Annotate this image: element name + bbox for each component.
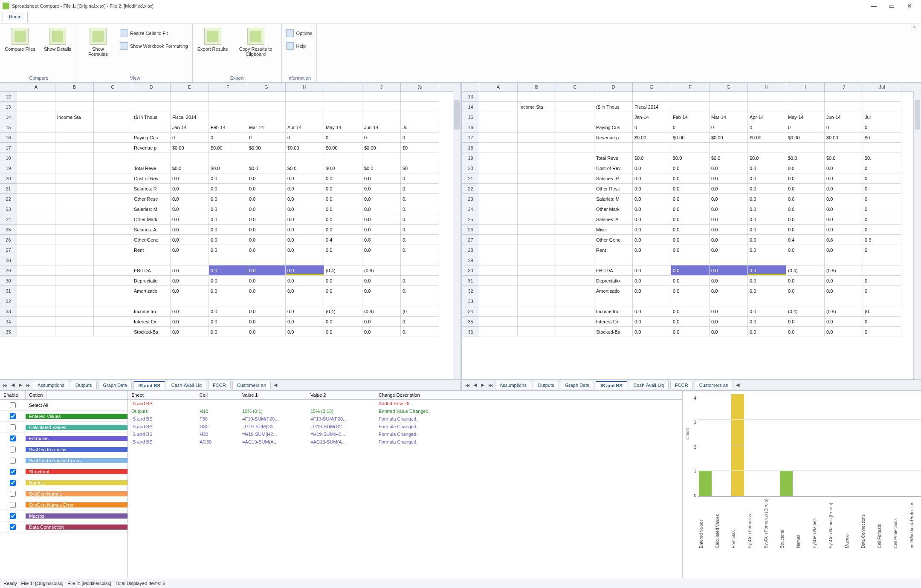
cell[interactable]: 0.0: [786, 214, 825, 225]
cell[interactable]: [94, 204, 132, 214]
cell[interactable]: [401, 296, 439, 306]
diff-row[interactable]: IS and BSH30=H19-SUM(H2...=H19-SUM(H2...…: [128, 430, 682, 438]
cell[interactable]: Other Mark: [132, 214, 171, 225]
cell[interactable]: 0.0: [748, 194, 786, 204]
cell[interactable]: Interest Ex: [132, 317, 171, 327]
cell[interactable]: 0: [286, 133, 324, 143]
cell[interactable]: 0.0: [671, 317, 710, 327]
cell[interactable]: Rent: [594, 245, 633, 255]
cell[interactable]: Amortizatio: [594, 286, 633, 296]
right-scrollbar[interactable]: [913, 91, 921, 379]
cell[interactable]: Salaries: A: [132, 225, 171, 235]
cell[interactable]: 0.: [401, 235, 439, 245]
cell[interactable]: 0.0: [286, 265, 324, 276]
column-header[interactable]: Jul: [863, 83, 901, 91]
cell[interactable]: 0.0: [633, 235, 671, 245]
cell[interactable]: [55, 265, 94, 276]
cell[interactable]: 0.0: [786, 225, 825, 235]
cell[interactable]: [518, 235, 556, 245]
cell[interactable]: 0.0: [247, 286, 286, 296]
cell[interactable]: [94, 235, 132, 245]
option-checkbox[interactable]: [0, 502, 26, 508]
cell[interactable]: [171, 153, 209, 163]
cell[interactable]: [17, 194, 55, 204]
cell[interactable]: 0.3: [863, 235, 901, 245]
row-header[interactable]: 27: [462, 235, 479, 245]
cell[interactable]: [55, 235, 94, 245]
cell[interactable]: 0.0: [286, 306, 324, 317]
diff-row[interactable]: IS and BSAG30=AG19-SUM(A...=AG19-SUM(A..…: [128, 438, 682, 446]
cell[interactable]: [94, 194, 132, 204]
cell[interactable]: [479, 173, 518, 184]
cell[interactable]: [94, 143, 132, 153]
cell[interactable]: $0.: [863, 153, 901, 163]
cell[interactable]: [518, 92, 556, 102]
cell[interactable]: 0.: [401, 225, 439, 235]
sheet-tab[interactable]: IS and BS: [596, 381, 627, 389]
option-checkbox[interactable]: [0, 424, 26, 430]
cell[interactable]: [556, 112, 594, 122]
row-header[interactable]: 31: [0, 286, 17, 296]
cell[interactable]: Fiscal 2014: [171, 112, 209, 122]
cell[interactable]: 0.0: [633, 317, 671, 327]
cell[interactable]: Stocked-Ba: [594, 327, 633, 337]
cell[interactable]: Apr-14: [748, 112, 786, 122]
cell[interactable]: [748, 92, 786, 102]
cell[interactable]: (0.8): [825, 306, 863, 317]
cell[interactable]: [594, 143, 633, 153]
cell[interactable]: 0.0: [286, 286, 324, 296]
cell[interactable]: Mar-14: [247, 122, 286, 133]
cell[interactable]: 0.0: [286, 225, 324, 235]
cell[interactable]: [286, 112, 324, 122]
cell[interactable]: 0.0: [748, 225, 786, 235]
cell[interactable]: Cost of Rev: [132, 173, 171, 184]
cell[interactable]: $0.0: [786, 153, 825, 163]
cell[interactable]: 0.0: [633, 214, 671, 225]
cell[interactable]: [710, 92, 748, 102]
cell[interactable]: 0: [786, 122, 825, 133]
cell[interactable]: [518, 286, 556, 296]
cell[interactable]: [171, 102, 209, 112]
option-row[interactable]: Names: [0, 477, 127, 488]
cell[interactable]: Ju: [401, 122, 439, 133]
cell[interactable]: [401, 153, 439, 163]
cell[interactable]: 0.0: [786, 184, 825, 194]
column-header[interactable]: G: [247, 83, 286, 91]
option-checkbox[interactable]: [0, 513, 26, 519]
cell[interactable]: [825, 102, 863, 112]
cell[interactable]: 0.0: [171, 214, 209, 225]
cell[interactable]: 0.0: [748, 214, 786, 225]
cell[interactable]: 0.: [401, 214, 439, 225]
cell[interactable]: [286, 102, 324, 112]
sheet-tab[interactable]: Graph Data: [98, 381, 132, 389]
cell[interactable]: [55, 296, 94, 306]
cell[interactable]: [518, 184, 556, 194]
row-header[interactable]: 32: [462, 286, 479, 296]
cell[interactable]: $0.00: [671, 133, 710, 143]
cell[interactable]: 0: [362, 133, 401, 143]
cell[interactable]: 0.0: [633, 163, 671, 173]
sheet-tab[interactable]: Graph Data: [561, 381, 594, 389]
cell[interactable]: [17, 133, 55, 143]
cell[interactable]: 0.0: [209, 225, 247, 235]
cell[interactable]: [94, 153, 132, 163]
row-header[interactable]: 21: [0, 184, 17, 194]
row-header[interactable]: 34: [0, 317, 17, 327]
cell[interactable]: 0.: [863, 194, 901, 204]
cell[interactable]: [518, 112, 556, 122]
cell[interactable]: [786, 296, 825, 306]
cell[interactable]: 0.0: [671, 204, 710, 214]
show-formatting-button[interactable]: Show Workbook Formatting: [120, 41, 188, 51]
option-row[interactable]: Macros: [0, 510, 127, 522]
cell[interactable]: Feb-14: [209, 122, 247, 133]
cell[interactable]: [286, 92, 324, 102]
tab-nav-first-icon[interactable]: ⏮: [2, 382, 9, 389]
cell[interactable]: [94, 225, 132, 235]
cell[interactable]: (0.4): [324, 265, 362, 276]
cell[interactable]: 0: [633, 122, 671, 133]
cell[interactable]: [518, 255, 556, 265]
option-row[interactable]: SysGen Formulas: [0, 444, 127, 455]
cell[interactable]: [556, 143, 594, 153]
cell[interactable]: 0.0: [324, 225, 362, 235]
cell[interactable]: (0.8): [825, 265, 863, 276]
